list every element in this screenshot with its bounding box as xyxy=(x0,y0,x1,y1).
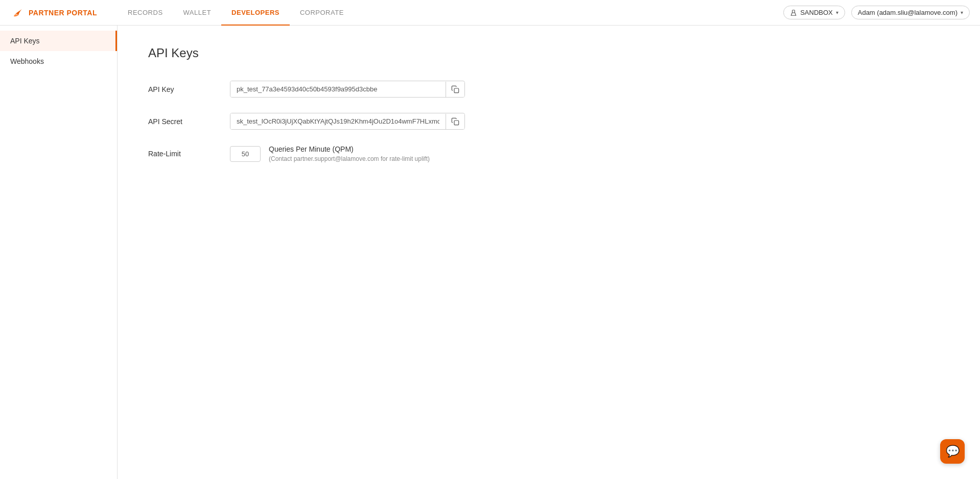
api-secret-row: API Secret xyxy=(148,113,949,130)
logo-icon xyxy=(10,6,25,20)
logo-text: PARTNER PORTAL xyxy=(29,9,97,17)
svg-rect-1 xyxy=(454,88,459,93)
api-key-input[interactable] xyxy=(230,81,446,97)
nav-corporate[interactable]: CORPORATE xyxy=(290,0,354,26)
rate-contact-text: (Contact partner.support@lalamove.com fo… xyxy=(269,155,430,162)
sidebar-item-webhooks-label: Webhooks xyxy=(10,57,44,65)
sandbox-chevron-icon: ▾ xyxy=(836,10,838,15)
api-secret-label: API Secret xyxy=(148,117,230,126)
user-button[interactable]: Adam (adam.sliu@lalamove.com) ▾ xyxy=(851,6,970,19)
rate-limit-row: Rate-Limit Queries Per Minute (QPM) (Con… xyxy=(148,145,949,162)
api-secret-field-wrapper xyxy=(230,113,465,130)
api-secret-input[interactable] xyxy=(230,113,446,129)
rate-limit-input[interactable] xyxy=(230,146,261,162)
api-key-label: API Key xyxy=(148,85,230,93)
chat-fab-button[interactable]: 💬 xyxy=(940,439,965,464)
svg-rect-2 xyxy=(454,121,459,125)
rate-info: Queries Per Minute (QPM) (Contact partne… xyxy=(269,145,430,162)
sandbox-button[interactable]: SANDBOX ▾ xyxy=(783,6,845,19)
sidebar-item-api-keys[interactable]: API Keys xyxy=(0,31,117,51)
sidebar: API Keys Webhooks xyxy=(0,26,118,479)
api-key-row: API Key xyxy=(148,81,949,98)
page-title: API Keys xyxy=(148,46,949,60)
rate-qpm-text: Queries Per Minute (QPM) xyxy=(269,145,430,153)
nav-wallet[interactable]: WALLET xyxy=(173,0,222,26)
header-right: SANDBOX ▾ Adam (adam.sliu@lalamove.com) … xyxy=(783,6,970,19)
copy-icon xyxy=(451,85,459,93)
sidebar-item-api-keys-label: API Keys xyxy=(10,37,40,45)
copy-icon-secret xyxy=(451,117,459,126)
header: PARTNER PORTAL RECORDS WALLET DEVELOPERS… xyxy=(0,0,980,26)
chat-icon: 💬 xyxy=(946,445,960,458)
rate-limit-area: Queries Per Minute (QPM) (Contact partne… xyxy=(230,145,430,162)
flask-icon xyxy=(790,9,797,16)
user-label: Adam (adam.sliu@lalamove.com) xyxy=(858,9,958,16)
api-secret-copy-button[interactable] xyxy=(446,114,464,129)
api-key-copy-button[interactable] xyxy=(446,82,464,97)
nav-developers[interactable]: DEVELOPERS xyxy=(221,0,290,26)
main-content: API Keys API Key API Secret xyxy=(118,26,980,479)
layout: API Keys Webhooks API Keys API Key AP xyxy=(0,26,980,479)
main-nav: RECORDS WALLET DEVELOPERS CORPORATE xyxy=(118,0,783,26)
user-chevron-icon: ▾ xyxy=(961,10,963,15)
sidebar-item-webhooks[interactable]: Webhooks xyxy=(0,51,117,71)
nav-records[interactable]: RECORDS xyxy=(118,0,173,26)
logo-area: PARTNER PORTAL xyxy=(10,6,97,20)
api-key-field-wrapper xyxy=(230,81,465,98)
sandbox-label: SANDBOX xyxy=(800,9,833,16)
rate-limit-label: Rate-Limit xyxy=(148,150,230,158)
